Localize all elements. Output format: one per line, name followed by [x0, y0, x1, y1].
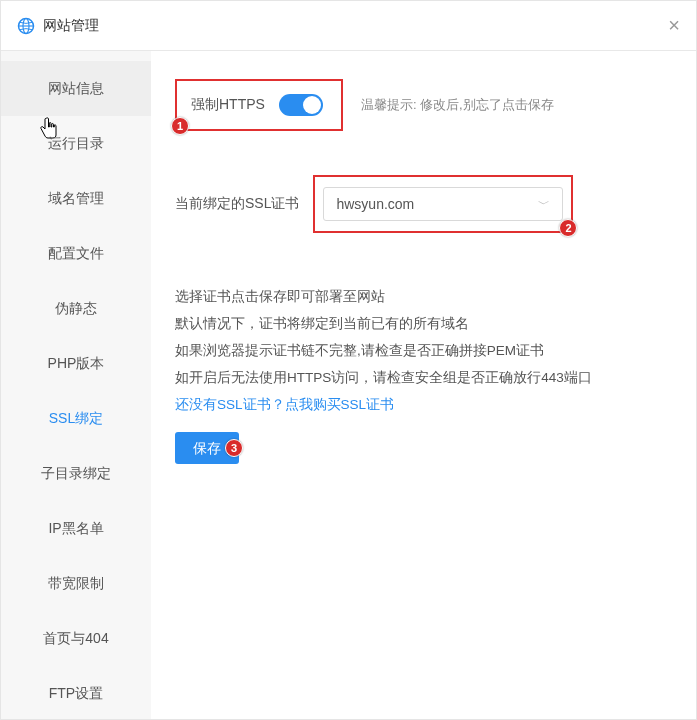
sidebar-item-index-404[interactable]: 首页与404: [1, 611, 151, 666]
sidebar-item-ssl-bind[interactable]: SSL绑定: [1, 391, 151, 446]
row-force-https: 强制HTTPS 1 温馨提示: 修改后,别忘了点击保存: [175, 79, 672, 131]
dialog-website-management: 网站管理 × 网站信息 运行目录 域名管理 配置文件 伪静态 PHP版本 SSL…: [0, 0, 697, 720]
switch-knob: [303, 96, 321, 114]
info-line: 如开启后无法使用HTTPS访问，请检查安全组是否正确放行443端口: [175, 364, 672, 391]
sidebar-item-site-info[interactable]: 网站信息: [1, 61, 151, 116]
sidebar-item-label: IP黑名单: [48, 520, 103, 536]
save-row: 保存 3: [175, 432, 239, 464]
close-icon[interactable]: ×: [668, 15, 680, 35]
annotation-marker-1: 1: [171, 117, 189, 135]
sidebar-item-label: 首页与404: [43, 630, 108, 646]
sidebar-item-label: 带宽限制: [48, 575, 104, 591]
info-line: 如果浏览器提示证书链不完整,请检查是否正确拼接PEM证书: [175, 337, 672, 364]
sidebar-item-pseudo-static[interactable]: 伪静态: [1, 281, 151, 336]
sidebar-item-label: 域名管理: [48, 190, 104, 206]
chevron-down-icon: ﹀: [538, 196, 550, 213]
ssl-cert-select[interactable]: hwsyun.com ﹀: [323, 187, 563, 221]
sidebar-item-label: FTP设置: [49, 685, 103, 701]
sidebar-item-php-version[interactable]: PHP版本: [1, 336, 151, 391]
globe-icon: [17, 17, 35, 35]
current-ssl-label: 当前绑定的SSL证书: [175, 195, 299, 213]
force-https-label: 强制HTTPS: [191, 96, 265, 114]
sidebar-item-config-file[interactable]: 配置文件: [1, 226, 151, 281]
sidebar: 网站信息 运行目录 域名管理 配置文件 伪静态 PHP版本 SSL绑定 子目录绑…: [1, 51, 151, 719]
highlight-box-1: 强制HTTPS 1: [175, 79, 343, 131]
sidebar-item-label: 网站信息: [48, 80, 104, 96]
sidebar-item-label: 伪静态: [55, 300, 97, 316]
content-panel: 强制HTTPS 1 温馨提示: 修改后,别忘了点击保存 当前绑定的SSL证书 h…: [151, 51, 696, 719]
force-https-toggle[interactable]: [279, 94, 323, 116]
sidebar-item-run-dir[interactable]: 运行目录: [1, 116, 151, 171]
buy-ssl-link[interactable]: 还没有SSL证书？点我购买SSL证书: [175, 391, 672, 418]
sidebar-item-label: 配置文件: [48, 245, 104, 261]
annotation-marker-2: 2: [559, 219, 577, 237]
sidebar-item-domain-mgmt[interactable]: 域名管理: [1, 171, 151, 226]
sidebar-item-label: 运行目录: [48, 135, 104, 151]
sidebar-item-bandwidth-limit[interactable]: 带宽限制: [1, 556, 151, 611]
dialog-title: 网站管理: [43, 17, 99, 35]
select-value: hwsyun.com: [336, 196, 414, 212]
sidebar-item-label: 子目录绑定: [41, 465, 111, 481]
dialog-header: 网站管理 ×: [1, 1, 696, 51]
dialog-body: 网站信息 运行目录 域名管理 配置文件 伪静态 PHP版本 SSL绑定 子目录绑…: [1, 51, 696, 719]
sidebar-item-subdir-bind[interactable]: 子目录绑定: [1, 446, 151, 501]
sidebar-item-label: SSL绑定: [49, 410, 103, 426]
sidebar-item-label: PHP版本: [48, 355, 105, 371]
sidebar-item-ip-blacklist[interactable]: IP黑名单: [1, 501, 151, 556]
info-line: 选择证书点击保存即可部署至网站: [175, 283, 672, 310]
highlight-box-2: hwsyun.com ﹀ 2: [313, 175, 573, 233]
sidebar-item-ftp-settings[interactable]: FTP设置: [1, 666, 151, 719]
annotation-marker-3: 3: [225, 439, 243, 457]
row-current-ssl: 当前绑定的SSL证书 hwsyun.com ﹀ 2: [175, 175, 672, 233]
tip-text: 温馨提示: 修改后,别忘了点击保存: [361, 96, 554, 114]
info-block: 选择证书点击保存即可部署至网站 默认情况下，证书将绑定到当前已有的所有域名 如果…: [175, 283, 672, 418]
info-line: 默认情况下，证书将绑定到当前已有的所有域名: [175, 310, 672, 337]
